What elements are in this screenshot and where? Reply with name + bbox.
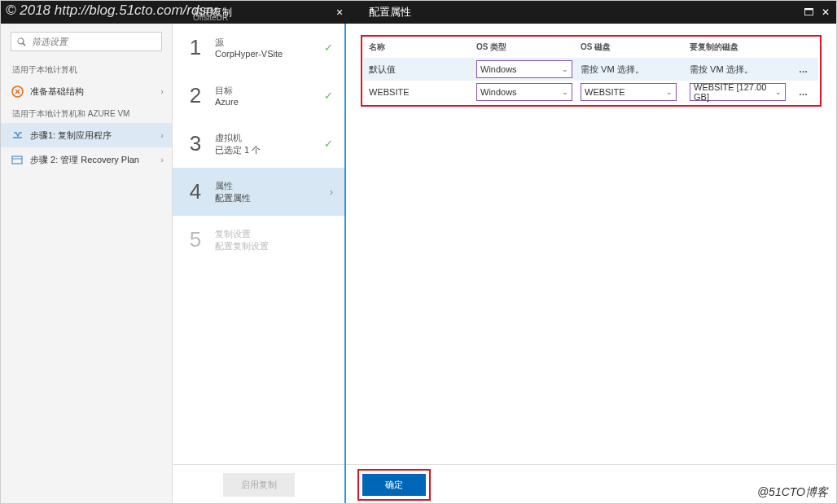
close-panel-icon[interactable]: ✕ — [822, 7, 830, 18]
svg-rect-1 — [12, 156, 22, 164]
sidebar-item-label: 准备基础结构 — [30, 85, 84, 98]
sidebar-item-step2[interactable]: 步骤 2: 管理 Recovery Plan › — [1, 147, 172, 172]
table-row: WEBSITEWindows⌄WEBSITE⌄WEBSITE [127.00 G… — [364, 81, 818, 103]
blade1-subtitle: OffsiteDR — [193, 13, 228, 22]
sidebar-item-prepare[interactable]: 准备基础结构 › — [1, 79, 172, 103]
ostype-select[interactable]: Windows⌄ — [476, 83, 572, 101]
col-name: 名称 — [369, 42, 476, 53]
wizard-step-4[interactable]: 4属性配置属性› — [173, 168, 344, 216]
confirm-highlight: 确定 — [357, 469, 431, 501]
wizard-step-1[interactable]: 1源CorpHyper-VSite✓ — [173, 24, 344, 72]
col-osdisk: OS 磁盘 — [581, 42, 690, 53]
section-local: 适用于本地计算机 — [1, 59, 172, 79]
row-menu-icon[interactable]: … — [794, 64, 813, 74]
check-icon: ✓ — [324, 138, 333, 150]
check-icon: ✓ — [324, 42, 333, 54]
repdisk-text: 需按 VM 选择。 — [690, 64, 753, 74]
sidebar-item-label: 步骤1: 复制应用程序 — [30, 129, 112, 142]
cell-name: 默认值 — [369, 64, 476, 76]
check-icon: ✓ — [324, 90, 333, 102]
wizard-step-3[interactable]: 3虚拟机已选定 1 个✓ — [173, 120, 344, 168]
step-label: 目标 — [215, 85, 239, 97]
wizard-steps: 1源CorpHyper-VSite✓2目标Azure✓3虚拟机已选定 1 个✓4… — [173, 24, 346, 504]
cell-name: WEBSITE — [369, 87, 476, 97]
step-sublabel: Azure — [215, 97, 239, 107]
sidebar: 适用于本地计算机 准备基础结构 › 适用于本地计算机和 AZURE VM 步骤1… — [1, 24, 173, 504]
step-number: 2 — [184, 83, 207, 108]
step-sublabel: 配置复制设置 — [215, 240, 269, 252]
search-input[interactable] — [11, 32, 162, 51]
step-label: 源 — [215, 37, 283, 49]
step-label: 复制设置 — [215, 228, 269, 240]
step-sublabel: CorpHyper-VSite — [215, 49, 283, 59]
chevron-right-icon: › — [160, 86, 164, 96]
chevron-down-icon: ⌄ — [775, 88, 782, 96]
wizard-footer: 启用复制 — [173, 464, 344, 504]
confirm-button[interactable]: 确定 — [362, 474, 426, 496]
chevron-right-icon: › — [160, 130, 164, 140]
col-repdisk: 要复制的磁盘 — [690, 42, 813, 53]
table-header: 名称 OS 类型 OS 磁盘 要复制的磁盘 — [364, 38, 818, 58]
step-number: 1 — [184, 35, 207, 60]
recovery-icon — [11, 153, 24, 166]
step-sublabel: 配置属性 — [215, 192, 251, 204]
sidebar-item-step1[interactable]: 步骤1: 复制应用程序 › — [1, 123, 172, 147]
chevron-down-icon: ⌄ — [666, 88, 673, 96]
chevron-down-icon: ⌄ — [562, 88, 568, 96]
step-label: 虚拟机 — [215, 132, 261, 144]
chevron-right-icon: › — [160, 155, 164, 164]
step-number: 4 — [184, 179, 207, 204]
close-icon[interactable]: × — [336, 6, 343, 19]
step-label: 属性 — [215, 180, 251, 192]
step-sublabel: 已选定 1 个 — [215, 144, 261, 156]
wizard-step-2[interactable]: 2目标Azure✓ — [173, 72, 344, 120]
step-number: 3 — [184, 131, 207, 156]
prepare-icon — [11, 85, 24, 98]
sidebar-item-label: 步骤 2: 管理 Recovery Plan — [30, 154, 139, 166]
ostype-select[interactable]: Windows⌄ — [476, 60, 572, 78]
row-menu-icon[interactable]: … — [794, 87, 813, 97]
replicate-icon — [11, 129, 24, 142]
blade2-title: 配置属性 — [369, 5, 411, 20]
wizard-step-5: 5复制设置配置复制设置 — [173, 216, 344, 264]
chevron-right-icon: › — [330, 186, 333, 198]
detail-footer: 确定 — [346, 464, 836, 504]
search-icon — [16, 37, 27, 47]
repdisk-select[interactable]: WEBSITE [127.00 GB]⌄ — [690, 83, 786, 101]
osdisk-select[interactable]: WEBSITE⌄ — [581, 83, 677, 101]
step-number: 5 — [184, 227, 207, 252]
detail-panel: 名称 OS 类型 OS 磁盘 要复制的磁盘 默认值Windows⌄需按 VM 选… — [346, 24, 836, 504]
osdisk-text: 需按 VM 选择。 — [581, 64, 644, 74]
top-bar: 启用复制 OffsiteDR × 配置属性 🗖 ✕ — [1, 1, 836, 24]
section-azure: 适用于本地计算机和 AZURE VM — [1, 103, 172, 123]
properties-table: 名称 OS 类型 OS 磁盘 要复制的磁盘 默认值Windows⌄需按 VM 选… — [361, 35, 822, 107]
enable-replication-button: 启用复制 — [223, 473, 295, 497]
chevron-down-icon: ⌄ — [562, 65, 568, 73]
table-row: 默认值Windows⌄需按 VM 选择。需按 VM 选择。… — [364, 58, 818, 81]
col-ostype: OS 类型 — [476, 42, 581, 53]
search-field[interactable] — [32, 37, 154, 46]
maximize-icon[interactable]: 🗖 — [804, 7, 813, 18]
